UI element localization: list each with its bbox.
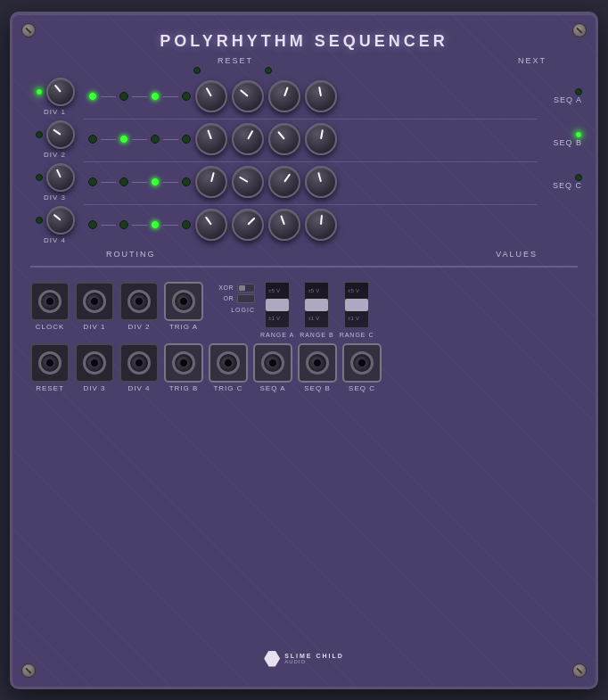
val-d2-knob[interactable] [232,209,264,241]
seqc-jack[interactable] [342,343,382,383]
trigc-jack[interactable] [209,343,248,383]
div4-knob[interactable] [46,206,75,235]
route-a3 [151,92,160,101]
route-a2 [119,92,128,101]
div2-led [36,131,43,138]
triga-jack-inner [172,290,195,313]
div2-jack-label: DIV 2 [127,323,150,331]
range-c-label: RANGE C [340,332,374,338]
route-b4 [182,135,191,144]
range-b-label: RANGE B [300,332,334,338]
routing-label: ROUTING [106,250,156,259]
panel-title: POLYRHYTHM SEQUENCER [12,14,596,51]
div2-knob[interactable] [46,120,75,149]
div4-jack[interactable] [119,343,159,383]
div1-jack-inner [83,290,106,313]
div2-jack-inner [127,290,151,313]
values-label: VALUES [496,250,538,259]
seqc-out-led [575,174,582,181]
seqc-jack-label: SEQ C [349,384,375,392]
val-b1-knob[interactable] [195,123,227,155]
reset-label: RESET [218,56,253,65]
seqb-out-led [575,131,582,138]
screw-tl [21,23,36,37]
val-c1-knob[interactable] [195,166,227,198]
val-b4-knob[interactable] [305,123,337,155]
or-switch[interactable] [237,294,255,303]
range-c-display[interactable]: ±5 V ±2 V ±1 V [344,282,369,328]
div1-led [36,88,43,95]
val-d4-knob[interactable] [305,209,337,241]
brand: SLIME CHILD AUDIO [264,651,344,667]
div4-jack-inner [127,351,151,375]
reset-jack-inner [38,351,62,375]
clock-jack-inner [38,290,62,313]
brand-text: SLIME CHILD AUDIO [284,653,344,664]
reset-jack-group: RESET [30,343,70,392]
seqb-jack-inner [306,351,329,375]
trigb-jack-group: TRIG B [164,343,203,392]
val-c3-knob[interactable] [268,166,300,198]
seqa-out-led [575,88,582,95]
div2-jack[interactable] [119,282,159,321]
triga-jack-label: TRIG A [169,323,198,331]
screw-br [572,663,587,678]
next-label: NEXT [518,56,546,65]
div1-jack-label: DIV 1 [83,323,105,331]
val-d3-knob[interactable] [268,209,300,241]
seqc-jack-inner [350,351,374,375]
range-a-label: RANGE A [260,332,294,338]
div1-jack[interactable] [75,282,114,321]
trigb-jack-inner [172,351,195,375]
seqb-jack-group: SEQ B [298,343,337,392]
seqb-jack[interactable] [298,343,337,383]
val-d1-knob[interactable] [195,209,227,241]
div4-label: DIV 4 [44,236,66,244]
div2-label: DIV 2 [44,151,66,159]
clock-jack-label: CLOCK [36,323,65,331]
xor-switch[interactable] [237,284,255,292]
trigc-jack-group: TRIG C [209,343,248,392]
reset-led [193,67,201,74]
triga-jack[interactable] [164,282,203,321]
div4-jack-group: DIV 4 [119,343,159,392]
route-c3 [151,177,160,186]
val-c4-knob[interactable] [305,166,337,198]
seqa-jack-label: SEQ A [259,384,285,392]
route-b1 [88,135,97,144]
or-label: OR [224,295,234,301]
val-b3-knob[interactable] [268,123,300,155]
val-a3-knob[interactable] [268,80,300,112]
trigb-jack[interactable] [164,343,203,383]
div4-led [36,217,43,224]
screw-bl [21,663,36,678]
seqa-label: SEQ A [548,95,582,104]
seqc-jack-group: SEQ C [342,343,382,392]
reset-jack[interactable] [30,343,70,383]
seqc-label: SEQ C [548,181,582,190]
val-a2-knob[interactable] [232,80,264,112]
clock-jack[interactable] [30,282,70,321]
div3-jack[interactable] [75,343,114,383]
div1-knob[interactable] [46,78,75,106]
trigc-jack-label: TRIG C [213,384,242,392]
brand-name: SLIME CHILD [284,653,344,659]
range-c-group: ±5 V ±2 V ±1 V RANGE C [340,282,374,338]
route-c1 [88,177,97,186]
val-b2-knob[interactable] [232,123,264,155]
trigc-jack-inner [217,351,240,375]
seqa-jack-inner [261,351,284,375]
route-d3 [151,220,160,229]
range-b-display[interactable]: ±5 V ±2 V ±1 V [304,282,329,328]
seqa-jack-group: SEQ A [253,343,292,392]
div3-knob[interactable] [46,163,75,192]
range-a-display[interactable]: ±5 V ±2 V ±1 V [265,282,290,328]
val-a1-knob[interactable] [195,80,227,112]
seqa-jack[interactable] [253,343,292,383]
next-led [265,67,272,74]
div3-label: DIV 3 [44,194,66,202]
val-c2-knob[interactable] [232,166,264,198]
seqb-jack-label: SEQ B [304,384,330,392]
range-b-group: ±5 V ±2 V ±1 V RANGE B [300,282,334,338]
val-a4-knob[interactable] [305,80,337,112]
